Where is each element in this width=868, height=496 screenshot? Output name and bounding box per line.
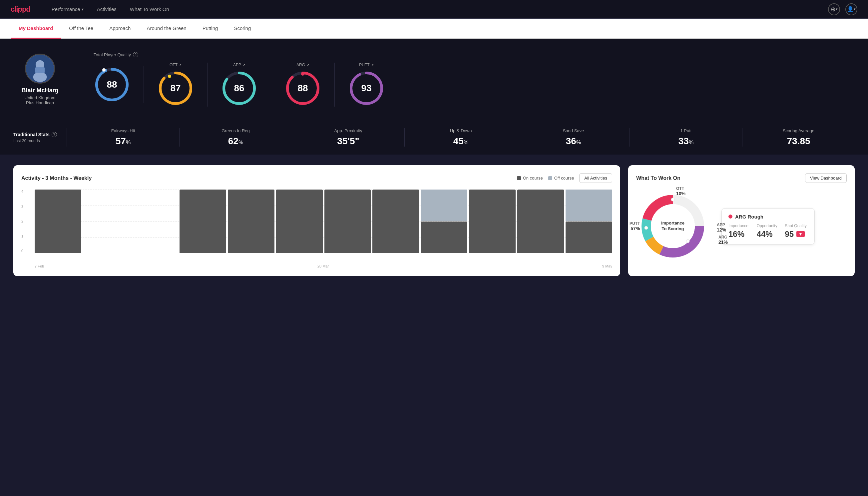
legend-off-course: Off course: [548, 175, 574, 181]
avatar-image: [26, 55, 54, 83]
scores-section: Total Player Quality ? 88: [94, 52, 855, 107]
bar-group-4: [228, 189, 274, 253]
y-label-4: 4: [21, 189, 23, 193]
tab-around-the-green[interactable]: Around the Green: [139, 19, 194, 38]
scores-row: 88 OTT ↗ 87: [94, 63, 855, 107]
bar-group-2: [131, 189, 178, 253]
vertical-divider: [80, 49, 80, 109]
stat-scoring-value: 73.85: [749, 136, 848, 146]
bar-off-course-8[interactable]: [421, 189, 467, 221]
chart-legend: On course Off course: [517, 175, 574, 181]
bar-group-10: [517, 189, 564, 253]
circle-putt: 93: [348, 70, 385, 107]
legend-dot-off: [548, 176, 552, 180]
tab-my-dashboard[interactable]: My Dashboard: [11, 19, 61, 38]
bar-group-1: [83, 189, 129, 253]
bar-on-course-11[interactable]: [566, 221, 612, 253]
stats-row: Traditional Stats ? Last 20 rounds Fairw…: [13, 128, 855, 146]
donut-label-arg: ARG 21%: [719, 235, 728, 245]
stat-greens-value: 62%: [186, 136, 285, 146]
x-labels: 7 Feb 28 Mar 9 May: [35, 264, 612, 268]
circle-total: 88: [94, 66, 130, 103]
bar-on-course-8[interactable]: [421, 221, 467, 253]
nav-activities[interactable]: Activities: [92, 4, 122, 15]
opportunity-value: 44%: [757, 230, 780, 239]
stat-fairways-hit: Fairways Hit 57%: [67, 128, 179, 146]
stat-1putt-value: 33%: [636, 136, 736, 146]
legend-dot-on: [517, 176, 521, 180]
score-ott-value: 87: [170, 83, 180, 94]
svg-text:To Scoring: To Scoring: [662, 226, 684, 231]
svg-point-24: [645, 226, 648, 230]
circle-dot-arg: [301, 72, 304, 76]
stat-proximity-value: 35'5": [299, 136, 398, 146]
stat-subtitle: Last 20 rounds: [13, 139, 67, 143]
user-button[interactable]: 👤 ▾: [845, 3, 857, 15]
score-putt: PUTT ↗ 93: [335, 63, 398, 107]
bar-on-course-5[interactable]: [276, 189, 323, 253]
score-total: 88: [94, 66, 144, 103]
circle-app: 86: [221, 70, 257, 107]
donut-label-putt: PUTT 57%: [630, 221, 640, 231]
what-to-work-on-card: What To Work On View Dashboard: [628, 165, 855, 276]
chart-area: 4 3 2 1 0: [21, 189, 612, 263]
bar-group-7: [373, 189, 419, 253]
svg-point-23: [686, 239, 690, 243]
nav-actions: ⊕ ▾ 👤 ▾: [828, 3, 857, 15]
legend-on-course: On course: [517, 175, 543, 181]
detail-opportunity: Opportunity 44%: [757, 223, 780, 239]
bar-off-course-11[interactable]: [566, 189, 612, 221]
view-dashboard-button[interactable]: View Dashboard: [805, 173, 847, 183]
x-label-feb: 7 Feb: [35, 264, 44, 268]
donut-label-ott: OTT 10%: [676, 186, 685, 196]
svg-rect-3: [35, 67, 45, 73]
dot-red-icon: [728, 215, 732, 218]
y-label-1: 1: [21, 234, 23, 238]
app-logo: clippd: [11, 5, 30, 14]
bar-on-course-6[interactable]: [325, 189, 371, 253]
bar-on-course-3[interactable]: [179, 189, 226, 253]
score-arg-label: ARG ↗: [297, 63, 309, 67]
sub-nav: My Dashboard Off the Tee Approach Around…: [0, 19, 868, 38]
score-putt-label: PUTT ↗: [359, 63, 373, 67]
detail-metrics: Importance 16% Opportunity 44% Shot Qual…: [728, 223, 808, 239]
stat-sand-save: Sand Save 36%: [517, 128, 630, 146]
tab-approach[interactable]: Approach: [101, 19, 139, 38]
bar-on-course-7[interactable]: [373, 189, 419, 253]
shot-quality-badge: ▼: [796, 231, 805, 237]
circle-dot-ott: [168, 75, 171, 78]
score-arg-value: 88: [297, 83, 308, 94]
tab-scoring[interactable]: Scoring: [226, 19, 259, 38]
bar-on-course-9[interactable]: [469, 189, 516, 253]
score-app-value: 86: [234, 83, 244, 94]
donut-chart-container: Importance To Scoring PUTT 57% OTT 10%: [636, 189, 709, 263]
all-activities-button[interactable]: All Activities: [579, 173, 612, 183]
bar-on-course-4[interactable]: [228, 189, 274, 253]
stats-info-icon[interactable]: ?: [52, 132, 57, 137]
wtwo-inner: Importance To Scoring PUTT 57% OTT 10%: [636, 189, 847, 263]
nav-links: Performance ▾ Activities What To Work On: [46, 4, 828, 15]
scores-title: Total Player Quality ?: [94, 52, 855, 57]
bar-on-course-10[interactable]: [517, 189, 564, 253]
stat-sandsave-value: 36%: [524, 136, 623, 146]
nav-performance[interactable]: Performance ▾: [46, 4, 89, 15]
detail-importance: Importance 16%: [728, 223, 752, 239]
add-button[interactable]: ⊕ ▾: [828, 3, 840, 15]
stat-up-and-down: Up & Down 45%: [404, 128, 517, 146]
stat-title: Traditional Stats ?: [13, 132, 67, 137]
y-label-3: 3: [21, 204, 23, 208]
tab-off-the-tee[interactable]: Off the Tee: [61, 19, 101, 38]
tab-putting[interactable]: Putting: [194, 19, 226, 38]
bar-on-course-0[interactable]: [35, 189, 81, 253]
chart-title: Activity - 3 Months - Weekly: [21, 175, 92, 181]
info-icon[interactable]: ?: [133, 52, 138, 57]
bars-container: [35, 189, 612, 253]
stat-scoring-average: Scoring Average 73.85: [742, 128, 855, 146]
x-label-may: 9 May: [602, 264, 612, 268]
score-ott: OTT ↗ 87: [144, 63, 207, 107]
arrow-icon-app: ↗: [242, 63, 245, 67]
nav-what-to-work-on[interactable]: What To Work On: [125, 4, 175, 15]
score-ott-label: OTT ↗: [170, 63, 182, 67]
chart-card-header: Activity - 3 Months - Weekly On course O…: [21, 173, 612, 183]
stat-updown-value: 45%: [411, 136, 510, 146]
